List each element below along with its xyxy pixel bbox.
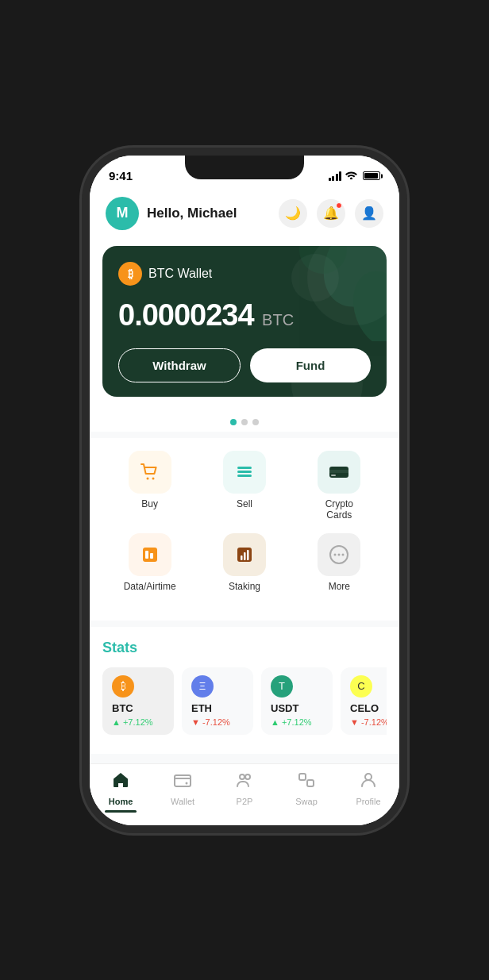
action-staking[interactable]: Staking [213,533,276,592]
profile-nav-icon [359,771,378,794]
dot-2[interactable] [241,419,248,425]
staking-label: Staking [229,581,260,592]
wallet-nav-icon [173,771,192,794]
withdraw-button[interactable]: Withdraw [118,348,241,382]
user-avatar-icon[interactable]: 👤 [355,199,383,228]
dot-3[interactable] [252,419,259,425]
btc-coin-icon: ₿ [118,262,142,286]
stats-list: ₿ BTC ▲ +7.12% Ξ ETH ▼ -7.12% T USDT ▲ +… [102,667,387,738]
svg-point-28 [365,774,372,780]
stats-section: Stats ₿ BTC ▲ +7.12% Ξ ETH ▼ -7.12% T US… [90,627,399,754]
home-nav-label: Home [109,797,133,806]
sell-label: Sell [237,498,252,509]
wifi-icon [345,170,357,182]
stat-icon-usdt: T [271,675,293,698]
p2p-nav-label: P2P [237,797,253,806]
wallet-card: ₿ BTC Wallet 0.0000234 BTC Withdraw Fund [102,246,387,397]
nav-item-swap[interactable]: Swap [283,771,330,813]
staking-icon [223,533,266,576]
svg-point-20 [338,553,341,555]
nav-active-bar [105,810,137,813]
status-icons [329,170,381,182]
stat-change-celo: ▼ -7.12% [350,717,387,727]
svg-rect-17 [247,550,249,560]
stat-change-eth: ▼ -7.12% [191,717,244,727]
svg-rect-6 [237,471,252,473]
svg-rect-27 [307,780,314,786]
action-buy[interactable]: Buy [118,451,182,521]
crypto-cards-icon [318,451,360,494]
nav-item-home[interactable]: Home [97,771,144,813]
action-sell[interactable]: Sell [213,451,276,521]
buy-label: Buy [141,498,158,509]
data-airtime-icon [129,533,171,576]
svg-rect-12 [145,551,148,559]
action-more[interactable]: More [307,533,371,592]
status-time: 9:41 [109,169,133,183]
action-data-airtime[interactable]: Data/Airtime [118,533,182,592]
svg-rect-13 [150,553,153,559]
svg-rect-26 [299,774,306,780]
buy-icon [129,451,171,494]
stat-name-usdt: USDT [271,702,323,714]
stat-card-celo[interactable]: C CELO ▼ -7.12% [341,667,387,735]
stat-name-eth: ETH [191,702,244,714]
stat-name-btc: BTC [112,702,164,714]
svg-rect-15 [241,555,243,560]
actions-row-1: Buy Sell [102,451,387,521]
stat-change-btc: ▲ +7.12% [112,717,164,727]
svg-rect-10 [331,475,336,476]
stat-name-celo: CELO [350,702,387,714]
main-content: ₿ BTC Wallet 0.0000234 BTC Withdraw Fund [90,240,399,763]
avatar: M [106,197,139,230]
stat-icon-celo: C [350,675,372,698]
svg-point-21 [342,553,345,555]
svg-point-25 [245,774,250,779]
moon-icon[interactable]: 🌙 [279,199,307,228]
svg-rect-16 [244,552,246,560]
greeting: Hello, Michael [147,206,237,221]
notification-dot [336,202,342,209]
battery-icon [363,171,380,180]
stat-icon-eth: Ξ [191,675,214,698]
action-crypto-cards[interactable]: CryptoCards [307,451,371,521]
sell-icon [223,451,266,494]
svg-point-19 [334,553,337,555]
svg-point-24 [240,774,244,779]
stat-icon-btc: ₿ [112,675,134,698]
notification-icon[interactable]: 🔔 [317,199,345,228]
svg-point-3 [146,477,148,479]
crypto-cards-label: CryptoCards [325,498,353,521]
swap-nav-label: Swap [295,797,318,806]
svg-point-23 [186,782,188,784]
quick-actions: Buy Sell [90,438,399,621]
stat-card-eth[interactable]: Ξ ETH ▼ -7.12% [182,667,253,735]
dot-1[interactable] [230,419,237,425]
stats-title: Stats [102,640,387,656]
header-actions: 🌙 🔔 👤 [279,199,383,228]
wallet-section: ₿ BTC Wallet 0.0000234 BTC Withdraw Fund [90,240,399,409]
header: M Hello, Michael 🌙 🔔 👤 [90,190,399,240]
nav-item-p2p[interactable]: P2P [221,771,268,813]
user-info: M Hello, Michael [106,197,237,230]
svg-rect-7 [237,475,252,477]
carousel-dots [90,409,399,432]
more-label: More [329,581,350,592]
profile-nav-label: Profile [356,797,380,806]
p2p-nav-icon [235,771,254,794]
amount-value: 0.0000234 [118,298,254,332]
svg-rect-9 [329,470,348,473]
swap-nav-icon [297,771,316,794]
svg-rect-22 [175,775,191,786]
wallet-nav-label: Wallet [171,797,194,806]
stat-card-btc[interactable]: ₿ BTC ▲ +7.12% [102,667,174,735]
stat-card-usdt[interactable]: T USDT ▲ +7.12% [261,667,333,735]
data-airtime-label: Data/Airtime [124,581,176,592]
stat-change-usdt: ▲ +7.12% [271,717,323,727]
home-nav-icon [111,771,130,794]
nav-item-profile[interactable]: Profile [345,771,392,813]
bottom-nav: Home Wallet P2P Swap Profile [90,763,399,825]
svg-rect-5 [237,467,252,469]
svg-point-4 [152,477,154,479]
nav-item-wallet[interactable]: Wallet [159,771,206,813]
